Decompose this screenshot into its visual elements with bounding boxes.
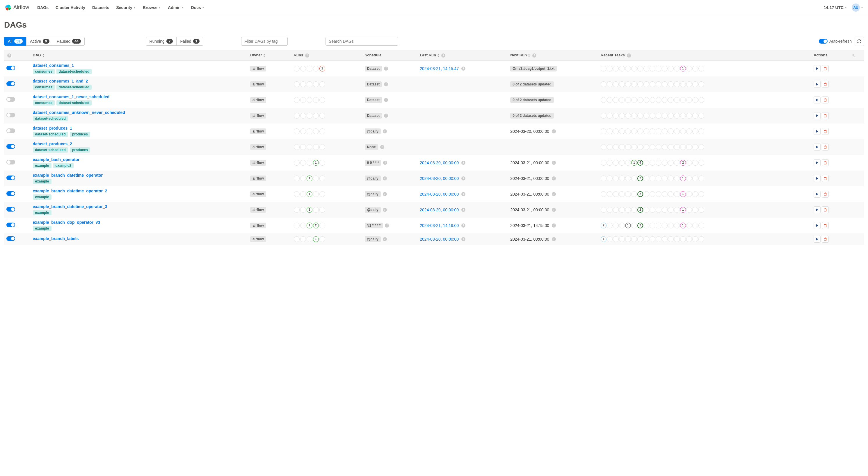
status-circle-empty[interactable]: [613, 160, 619, 166]
schedule-pill[interactable]: Dataset: [365, 66, 382, 71]
status-circle-empty[interactable]: [662, 113, 668, 118]
status-circle-empty[interactable]: [650, 191, 655, 197]
status-circle-empty[interactable]: [668, 207, 674, 213]
status-circle-empty[interactable]: [625, 160, 631, 166]
delete-dag-button[interactable]: [822, 81, 829, 88]
status-circle-empty[interactable]: [674, 144, 680, 150]
status-circle-empty[interactable]: [613, 113, 619, 118]
status-circle-empty[interactable]: [644, 207, 649, 213]
owner-pill[interactable]: airflow: [250, 207, 266, 213]
next-run-pill[interactable]: 0 of 2 datasets updated: [510, 113, 554, 118]
status-circle-darkgreen[interactable]: 4: [637, 160, 643, 166]
status-circle-empty[interactable]: [607, 113, 613, 118]
status-circle-empty[interactable]: [637, 97, 643, 103]
status-circle-empty[interactable]: [637, 81, 643, 87]
status-circle-empty[interactable]: [686, 113, 692, 118]
status-circle-empty[interactable]: [300, 129, 306, 134]
status-circle-empty[interactable]: [650, 175, 655, 181]
clock[interactable]: 14:17 UTC ▼: [824, 5, 847, 10]
status-circle-empty[interactable]: [656, 236, 661, 242]
status-circle-empty[interactable]: [650, 113, 655, 118]
schedule-pill[interactable]: 0 0 * * *: [365, 160, 381, 166]
status-circle-empty[interactable]: [686, 66, 692, 71]
status-circle-empty[interactable]: [662, 175, 668, 181]
status-circle-empty[interactable]: [637, 236, 643, 242]
status-circle-empty[interactable]: [619, 236, 625, 242]
status-circle-empty[interactable]: [674, 81, 680, 87]
info-icon[interactable]: i: [461, 208, 465, 212]
status-circle-empty[interactable]: [313, 113, 319, 118]
status-circle-empty[interactable]: [662, 144, 668, 150]
status-circle-empty[interactable]: [607, 236, 613, 242]
trigger-dag-button[interactable]: [814, 143, 820, 150]
nav-item-browse[interactable]: Browse▼: [143, 5, 161, 10]
info-icon[interactable]: i: [532, 54, 536, 58]
status-circle-empty[interactable]: [674, 191, 680, 197]
status-circle-empty[interactable]: [319, 207, 325, 213]
info-icon[interactable]: i: [384, 82, 388, 86]
status-circle-empty[interactable]: [313, 97, 319, 103]
status-circle-empty[interactable]: [674, 207, 680, 213]
status-circle-empty[interactable]: [619, 207, 625, 213]
col-owner[interactable]: Owner▲▼: [248, 50, 291, 61]
status-circle-empty[interactable]: [601, 207, 607, 213]
status-circle-empty[interactable]: [631, 191, 637, 197]
status-circle-empty[interactable]: [650, 236, 655, 242]
last-run-link[interactable]: 2024-03-20, 00:00:00: [420, 207, 459, 212]
delete-dag-button[interactable]: [822, 206, 829, 213]
status-circle-empty[interactable]: [300, 191, 306, 197]
dag-tag[interactable]: example: [33, 210, 52, 215]
status-circle-pink[interactable]: 1: [680, 175, 686, 181]
status-circle-empty[interactable]: [319, 81, 325, 87]
status-circle-empty[interactable]: [294, 144, 300, 150]
status-circle-empty[interactable]: [662, 129, 668, 134]
status-circle-empty[interactable]: [692, 129, 698, 134]
runstate-filter-failed[interactable]: Failed1: [176, 37, 203, 46]
col-dag[interactable]: DAG▲▼: [31, 50, 248, 61]
status-circle-empty[interactable]: [625, 97, 631, 103]
status-circle-empty[interactable]: [662, 97, 668, 103]
status-circle-empty[interactable]: [601, 66, 607, 71]
delete-dag-button[interactable]: [822, 97, 829, 103]
status-circle-empty[interactable]: [631, 66, 637, 71]
status-circle-empty[interactable]: [699, 160, 704, 166]
status-circle-empty[interactable]: [607, 160, 613, 166]
status-circle-empty[interactable]: [607, 144, 613, 150]
last-run-link[interactable]: 2024-03-20, 00:00:00: [420, 176, 459, 181]
status-circle-empty[interactable]: [699, 144, 704, 150]
status-circle-empty[interactable]: [294, 113, 300, 118]
status-circle-empty[interactable]: [613, 97, 619, 103]
dag-name-link[interactable]: dataset_consumes_1_and_2: [33, 79, 246, 83]
status-circle-empty[interactable]: [656, 129, 661, 134]
status-circle-empty[interactable]: [662, 207, 668, 213]
dag-enable-toggle[interactable]: [6, 144, 15, 149]
status-circle-empty[interactable]: [300, 66, 306, 71]
owner-pill[interactable]: airflow: [250, 81, 266, 87]
dag-enable-toggle[interactable]: [6, 223, 15, 227]
status-circle-empty[interactable]: [601, 144, 607, 150]
info-icon[interactable]: i: [383, 129, 387, 133]
dag-tag[interactable]: example: [33, 226, 52, 231]
status-circle-empty[interactable]: [607, 81, 613, 87]
trigger-dag-button[interactable]: [814, 112, 820, 119]
status-circle-empty[interactable]: [668, 129, 674, 134]
status-circle-empty[interactable]: [625, 191, 631, 197]
info-icon[interactable]: i: [384, 98, 388, 102]
trigger-dag-button[interactable]: [814, 175, 820, 182]
dag-enable-toggle[interactable]: [6, 81, 15, 86]
status-circle-empty[interactable]: [668, 236, 674, 242]
dag-name-link[interactable]: example_bash_operator: [33, 157, 246, 162]
trigger-dag-button[interactable]: [814, 97, 820, 103]
status-circle-empty[interactable]: [656, 113, 661, 118]
delete-dag-button[interactable]: [822, 175, 829, 182]
status-circle-empty[interactable]: [692, 97, 698, 103]
delete-dag-button[interactable]: [822, 143, 829, 150]
dag-tag[interactable]: example: [33, 179, 52, 184]
status-circle-empty[interactable]: [644, 191, 649, 197]
status-circle-empty[interactable]: [619, 223, 625, 229]
info-icon[interactable]: i: [627, 54, 631, 58]
status-circle-empty[interactable]: [644, 81, 649, 87]
status-circle-empty[interactable]: [601, 175, 607, 181]
status-circle-empty[interactable]: [319, 236, 325, 242]
status-circle-empty[interactable]: [674, 236, 680, 242]
